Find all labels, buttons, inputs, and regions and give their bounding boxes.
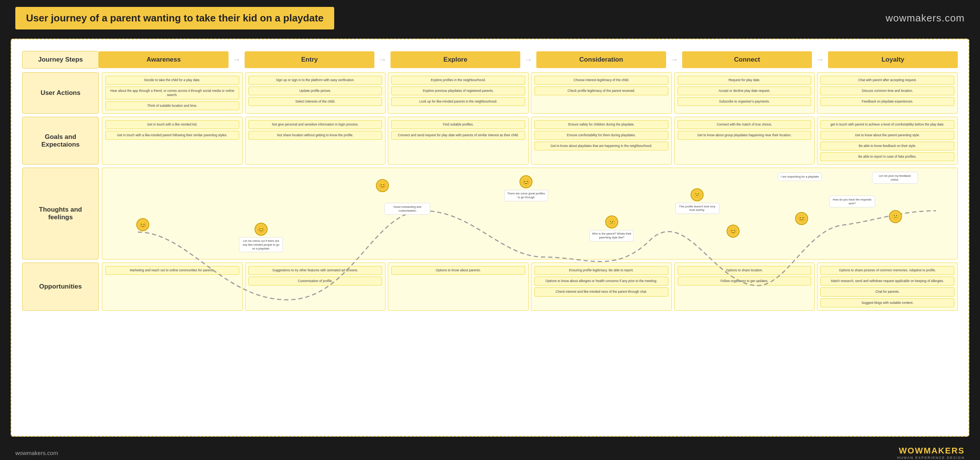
- step-connect: Connect: [682, 51, 812, 68]
- speech-onboarding: Good onboarding and customisation: [384, 203, 430, 215]
- emoji-awareness-2: 😊: [255, 223, 268, 236]
- goals-entry-2: Not share location without getting to kn…: [248, 131, 382, 140]
- ua-consideration-1: Choose interest legitimacy of the child.: [534, 76, 668, 85]
- ua-loyalty-1: Chat with parent after accepting request…: [820, 76, 954, 85]
- opp-consideration-3: Check interest and like-minded ness of t…: [534, 287, 668, 296]
- ua-entry-3: Select interests of the child.: [248, 97, 382, 106]
- ua-entry-2: Update profile picture.: [248, 86, 382, 95]
- emoji-explore-2: 😕: [605, 215, 618, 228]
- goals-awareness-2: Get in touch with a like-minded parent f…: [105, 131, 239, 140]
- goals-loyalty-2: Get to know about the parent parenting s…: [820, 131, 954, 140]
- opp-loyalty-3: Chat for parents.: [820, 287, 954, 296]
- ua-loyalty: Chat with parent after accepting request…: [817, 72, 958, 114]
- ua-loyalty-3: Feedback on playdate experiences.: [820, 97, 954, 106]
- ua-entry: Sign up or sign in to the platform with …: [245, 72, 386, 114]
- goals-loyalty: get in touch with parent to achieve a le…: [817, 117, 958, 165]
- emotion-bubble-consideration: 😕 This profile doesn't look very trust w…: [675, 188, 719, 214]
- opp-consideration: Ensuring profile legitimacy. Be able to …: [531, 263, 672, 310]
- goals-loyalty-4: Be able to report in case of fake profil…: [820, 152, 954, 161]
- thought-explore-2: Who is the parent? Whats their parenting…: [590, 230, 634, 241]
- step-explore: Explore: [390, 51, 520, 68]
- step-consideration: Consideration: [536, 51, 666, 68]
- speech-requesting: I am requesting for a playdate: [778, 173, 822, 181]
- arrow-4: →: [668, 55, 680, 65]
- opp-connect-2: Follow organisers to get updates.: [678, 277, 812, 285]
- ua-loyalty-2: Discuss common time and location.: [820, 86, 954, 95]
- goals-explore: Find suitable profiles. Connect and send…: [388, 117, 529, 165]
- goals-loyalty-1: get in touch with parent to achieve a le…: [820, 120, 954, 129]
- arrow-2: →: [377, 55, 388, 65]
- ua-awareness-3: Think of suitable location and time.: [105, 101, 239, 110]
- speech-track: How do you track the requests sent?: [829, 196, 875, 208]
- goals-entry: Not give personal and sensitive informat…: [245, 117, 386, 165]
- opp-loyalty-1: Options to share pictures of common memo…: [820, 266, 954, 275]
- opportunities-cols: Marketing and reach out to online commun…: [102, 263, 958, 310]
- logo-sub: HUMAN EXPERIENCE DESIGN: [897, 456, 965, 460]
- goals-entry-1: Not give personal and sensitive informat…: [248, 120, 382, 129]
- goals-consideration: Ensure safety for children during the pl…: [531, 117, 672, 165]
- thought-text-awareness: Let me check out if there are any like-m…: [239, 237, 283, 252]
- opp-consideration-1: Ensuring profile legitimacy. Be able to …: [534, 266, 668, 275]
- thought-explore: There are some great profiles to go thro…: [504, 190, 548, 201]
- top-bar: User journey of a parent wanting to take…: [0, 0, 980, 33]
- emoji-explore: 😊: [519, 175, 532, 188]
- page-wrapper: User journey of a parent wanting to take…: [0, 0, 980, 460]
- goals-awareness: Get in touch with a like minded kid. Get…: [102, 117, 243, 165]
- goals-consideration-2: Ensure comfortability for them during pl…: [534, 131, 668, 140]
- arrow-3: →: [523, 55, 534, 65]
- logo-area: WOWMAKERS HUMAN EXPERIENCE DESIGN: [897, 446, 965, 460]
- ua-awareness-1: Decide to take the child for a play date…: [105, 76, 239, 85]
- emotion-bubble-awareness-text: 😊 Let me check out if there are any like…: [239, 223, 283, 252]
- thoughts-row: Thoughts and feelings 😊 😊 Let me check o…: [22, 168, 958, 259]
- emotion-bubble-loyalty: 😕: [889, 210, 902, 223]
- ua-explore-3: Look up for like-minded parents in the n…: [391, 97, 525, 106]
- opp-connect: Options to share location. Follow organi…: [674, 263, 815, 310]
- opportunities-row: Opportunities Marketing and reach out to…: [22, 263, 958, 310]
- opp-entry-1: Suggestions to try other features with a…: [248, 266, 382, 275]
- ua-consideration-2: Check profile legitimacy of the parent r…: [534, 86, 668, 95]
- emoji-connect: 😊: [795, 212, 808, 225]
- emoji-consideration: 😕: [691, 188, 704, 201]
- opportunities-label: Opportunities: [22, 263, 99, 310]
- opp-consideration-2: Options to know about allergies or healt…: [534, 277, 668, 285]
- step-loyalty: Loyalty: [828, 51, 958, 68]
- goals-connect-2: Get to know about group playdates happen…: [678, 131, 812, 140]
- main-area: Journey Steps Awareness → Entry → Explor…: [11, 39, 969, 437]
- emotion-bubble-explore-2: 😕 Who is the parent? Whats their parenti…: [590, 215, 634, 241]
- user-actions-row: User Actions Decide to take the child fo…: [22, 72, 958, 114]
- goals-loyalty-3: Be able to know feedback on their style.: [820, 142, 954, 150]
- arrow-1: →: [231, 55, 242, 65]
- ua-explore-1: Explore profiles in the neighbourhood.: [391, 76, 525, 85]
- goals-label: Goals and Expectaions: [22, 117, 99, 165]
- emotion-bubble-entry-top: 😊: [376, 179, 389, 192]
- opp-loyalty: Options to share pictures of common memo…: [817, 263, 958, 310]
- opp-explore-1: Options to know about parents.: [391, 266, 525, 275]
- goals-connect: Connect with the match of true choice. G…: [674, 117, 815, 165]
- user-actions-label: User Actions: [22, 72, 99, 114]
- step-awareness: Awareness: [99, 51, 229, 68]
- arrow-5: →: [814, 55, 826, 65]
- header-steps: Awareness → Entry → Explore → Considerat…: [99, 51, 958, 69]
- logo-text: WOWMAKERS: [899, 446, 965, 456]
- opp-loyalty-4: Suggest blogs with suitable content.: [820, 299, 954, 307]
- emotion-bubble-connect: 😊: [795, 212, 808, 225]
- emoji-entry: 😊: [376, 179, 389, 192]
- opp-entry-2: Customisation of profile.: [248, 277, 382, 285]
- emoji-awareness: 😊: [136, 218, 149, 231]
- opp-entry: Suggestions to try other features with a…: [245, 263, 386, 310]
- ua-entry-1: Sign up or sign in to the platform with …: [248, 76, 382, 85]
- emotion-bubble-explore: 😊 There are some great profiles to go th…: [504, 175, 548, 201]
- opp-awareness-1: Marketing and reach out to online commun…: [105, 266, 239, 275]
- page-title: User journey of a parent wanting to take…: [15, 7, 334, 29]
- goals-awareness-1: Get in touch with a like minded kid.: [105, 120, 239, 129]
- goals-consideration-3: Get to know about playdates that are hap…: [534, 142, 668, 150]
- emoji-loyalty: 😕: [889, 210, 902, 223]
- journey-steps-label: Journey Steps: [22, 51, 99, 69]
- step-entry: Entry: [245, 51, 374, 68]
- ua-consideration: Choose interest legitimacy of the child.…: [531, 72, 672, 114]
- ua-awareness-2: Hear about the app through a friend, or …: [105, 86, 239, 100]
- opp-loyalty-2: Match research, send and withdraw reques…: [820, 277, 954, 285]
- goals-connect-1: Connect with the match of true choice.: [678, 120, 812, 129]
- goals-explore-1: Find suitable profiles.: [391, 120, 525, 129]
- opp-awareness: Marketing and reach out to online commun…: [102, 263, 243, 310]
